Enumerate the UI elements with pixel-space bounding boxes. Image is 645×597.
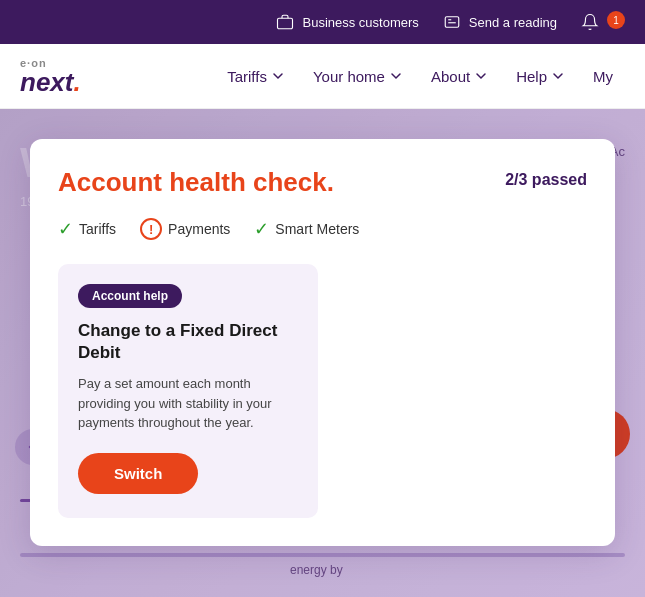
- page-background: We 192 G... Ac energy by Account health …: [0, 109, 645, 597]
- about-chevron-icon: [474, 69, 488, 83]
- top-bar: Business customers Send a reading 1: [0, 0, 645, 44]
- modal-title: Account health check.: [58, 167, 334, 198]
- check-tariffs: ✓ Tariffs: [58, 218, 116, 240]
- inner-card-description: Pay a set amount each month providing yo…: [78, 374, 298, 433]
- nav-about[interactable]: About: [419, 60, 500, 93]
- nav-my[interactable]: My: [581, 60, 625, 93]
- send-reading-link[interactable]: Send a reading: [443, 13, 557, 31]
- logo-next: next.: [20, 69, 81, 95]
- nav-about-label: About: [431, 68, 470, 85]
- check-tariffs-icon: ✓: [58, 218, 73, 240]
- check-tariffs-label: Tariffs: [79, 221, 116, 237]
- business-customers-link[interactable]: Business customers: [276, 13, 418, 31]
- checks-row: ✓ Tariffs ! Payments ✓ Smart Meters: [58, 218, 587, 240]
- help-chevron-icon: [551, 69, 565, 83]
- check-payments-icon: !: [140, 218, 162, 240]
- inner-card-title: Change to a Fixed Direct Debit: [78, 320, 298, 364]
- nav-help-label: Help: [516, 68, 547, 85]
- notification-count: 1: [607, 11, 625, 29]
- check-smart-meters: ✓ Smart Meters: [254, 218, 359, 240]
- nav-your-home[interactable]: Your home: [301, 60, 415, 93]
- nav-tariffs[interactable]: Tariffs: [215, 60, 297, 93]
- nav-help[interactable]: Help: [504, 60, 577, 93]
- check-smart-meters-label: Smart Meters: [275, 221, 359, 237]
- nav-your-home-label: Your home: [313, 68, 385, 85]
- check-smart-meters-icon: ✓: [254, 218, 269, 240]
- meter-icon: [443, 13, 461, 31]
- svg-rect-0: [278, 18, 293, 29]
- switch-button[interactable]: Switch: [78, 453, 198, 494]
- business-customers-label: Business customers: [302, 15, 418, 30]
- svg-rect-1: [445, 17, 459, 28]
- modal-passed: 2/3 passed: [505, 171, 587, 189]
- health-check-modal: Account health check. 2/3 passed ✓ Tarif…: [30, 139, 615, 546]
- account-help-badge: Account help: [78, 284, 182, 308]
- logo: e·on next.: [20, 57, 81, 95]
- nav-bar: e·on next. Tariffs Your home About Help: [0, 44, 645, 109]
- nav-tariffs-label: Tariffs: [227, 68, 267, 85]
- your-home-chevron-icon: [389, 69, 403, 83]
- notification-bell[interactable]: 1: [581, 13, 625, 31]
- modal-header: Account health check. 2/3 passed: [58, 167, 587, 198]
- inner-card: Account help Change to a Fixed Direct De…: [58, 264, 318, 518]
- briefcase-icon: [276, 13, 294, 31]
- bell-icon: [581, 13, 599, 31]
- check-payments: ! Payments: [140, 218, 230, 240]
- tariffs-chevron-icon: [271, 69, 285, 83]
- send-reading-label: Send a reading: [469, 15, 557, 30]
- check-payments-label: Payments: [168, 221, 230, 237]
- nav-items: Tariffs Your home About Help My: [215, 60, 625, 93]
